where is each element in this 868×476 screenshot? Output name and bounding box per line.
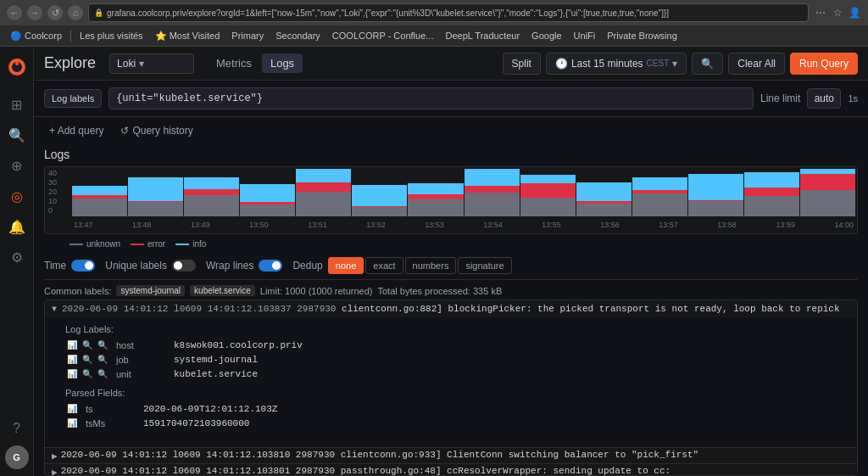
chart-icon[interactable]: 📊 (65, 339, 79, 350)
chart-icon[interactable]: 📊 (65, 354, 79, 365)
chevron-down-icon: ▾ (139, 58, 144, 70)
search-minus-icon[interactable]: 🔍 (96, 368, 109, 379)
bookmark-visited[interactable]: Les plus visités (75, 29, 148, 42)
bookmark-coolcorp[interactable]: 🔵 Coolcorp (5, 29, 67, 43)
info-bar-segment (352, 185, 407, 206)
sidebar-item-create[interactable]: ⊕ (3, 152, 31, 179)
sidebar-item-explore[interactable]: ◎ (3, 182, 31, 210)
search-minus-icon[interactable]: 🔍 (96, 354, 109, 365)
label-tag-kubelet: kubelet.service (190, 285, 255, 296)
log-entry-2[interactable]: ▶ 2020-06-09 14:01:12 l0609 14:01:12.103… (45, 464, 857, 476)
sidebar-item-settings[interactable]: ⚙ (3, 244, 31, 271)
chart-icon[interactable]: 📊 (65, 368, 79, 379)
time-control: Time (44, 260, 95, 272)
unique-labels-toggle[interactable] (172, 260, 196, 272)
error-bar-segment (744, 188, 799, 196)
search-plus-icon[interactable]: 🔍 (81, 354, 94, 365)
search-button[interactable]: 🔍 (692, 53, 723, 75)
unknown-bar-segment (128, 202, 183, 216)
chart-legend: unknown error info (44, 238, 858, 252)
limit-text: Limit: 1000 (1000 returned) (260, 286, 373, 296)
time-toggle[interactable] (71, 260, 95, 272)
info-bar-segment (408, 183, 463, 194)
avatar[interactable]: G (5, 445, 29, 469)
nav-refresh-btn[interactable]: ↺ (47, 5, 63, 20)
dedup-options: none exact numbers signature (328, 257, 512, 274)
profile-icon[interactable]: 👤 (848, 6, 861, 20)
main-content: Explore Loki ▾ Metrics Logs Split 🕐 Last… (34, 47, 868, 476)
dedup-numbers-btn[interactable]: numbers (405, 257, 457, 274)
url-bar[interactable]: 🔒 grafana.coolcorp.priv/explore?orgId=1&… (88, 3, 809, 22)
chart-icon[interactable]: 📊 (65, 403, 79, 414)
unknown-bar-segment (408, 199, 463, 216)
tab-logs[interactable]: Logs (262, 53, 303, 73)
bookmark-primary[interactable]: Primary (226, 29, 269, 42)
chart-bar-group (184, 169, 239, 216)
dedup-signature-btn[interactable]: signature (458, 257, 511, 274)
time-range-label: Last 15 minutes (571, 58, 643, 70)
common-labels-prefix: Common labels: (44, 286, 111, 296)
search-minus-icon[interactable]: 🔍 (96, 339, 109, 350)
bookmark-private[interactable]: Private Browsing (602, 29, 682, 42)
chart-bar-group (352, 169, 407, 216)
sidebar-item-dashboards[interactable]: ⊞ (3, 91, 31, 118)
log-text-2: 2020-06-09 14:01:12 l0609 14:01:12.10380… (61, 466, 850, 476)
sidebar: ⊞ 🔍 ⊕ ◎ 🔔 ⚙ ? G (0, 47, 34, 476)
log-text-1: 2020-06-09 14:01:12 l0609 14:01:12.10381… (61, 450, 850, 460)
bookmark-deepl[interactable]: DeepL Traducteur (440, 29, 525, 42)
bookmark-most-visited[interactable]: ⭐ Most Visited (150, 29, 225, 43)
unknown-bar-segment (688, 201, 743, 216)
chart-bar-group (632, 169, 687, 216)
nav-forward-btn[interactable]: → (27, 5, 42, 20)
extensions-icon[interactable]: ⋯ (814, 6, 827, 20)
host-value: k8swok001.coolcorp.priv (174, 340, 303, 350)
bytes-text: Total bytes processed: 335 kB (377, 286, 502, 296)
label-host-icons: 📊 🔍 🔍 (65, 339, 109, 350)
url-text: grafana.coolcorp.priv/explore?orgId=1&le… (107, 8, 669, 18)
error-bar-segment (184, 189, 239, 195)
query-input[interactable] (108, 87, 754, 109)
dedup-none-btn[interactable]: none (328, 257, 364, 274)
nav-back-btn[interactable]: ← (7, 5, 22, 20)
unknown-bar-segment (296, 192, 351, 216)
grafana-logo[interactable] (3, 53, 31, 81)
log-entry-header-0[interactable]: ▼ 2020-06-09 14:01:12 l0609 14:01:12.103… (45, 300, 857, 317)
run-query-button[interactable]: Run Query (790, 53, 858, 75)
add-query-button[interactable]: + Add query (44, 122, 108, 139)
query-history-button[interactable]: ↺ Query history (115, 122, 198, 139)
sidebar-item-help[interactable]: ? (3, 415, 31, 442)
nav-home-btn[interactable]: ⌂ (68, 5, 83, 20)
chart-bar-group (240, 169, 295, 216)
datasource-selector[interactable]: Loki ▾ (109, 53, 194, 74)
chart-icon[interactable]: 📊 (65, 417, 79, 428)
log-labels-button[interactable]: Log labels (44, 89, 102, 108)
info-bar-segment (688, 174, 743, 200)
log-entry-1[interactable]: ▶ 2020-06-09 14:01:12 l0609 14:01:12.103… (45, 448, 857, 464)
search-plus-icon[interactable]: 🔍 (81, 339, 94, 350)
sidebar-bottom: ? G (3, 415, 31, 476)
search-plus-icon[interactable]: 🔍 (81, 368, 94, 379)
bookmark-secondary[interactable]: Secondary (270, 29, 326, 42)
dedup-exact-btn[interactable]: exact (365, 257, 403, 274)
bookmark-unifi[interactable]: UniFi (569, 29, 601, 42)
sidebar-item-search[interactable]: 🔍 (3, 121, 31, 148)
split-button[interactable]: Split (503, 53, 541, 75)
sidebar-item-alerting[interactable]: 🔔 (3, 213, 31, 240)
tab-metrics[interactable]: Metrics (208, 53, 260, 73)
wrap-lines-toggle[interactable] (259, 260, 282, 272)
bookmark-star-icon[interactable]: ☆ (831, 6, 844, 20)
log-labels-section: Log Labels: 📊 🔍 🔍 host k8swok001.coolcor… (65, 324, 847, 381)
bookmark-confluence[interactable]: COOLCORP - Conflue... (327, 29, 439, 42)
clear-all-button[interactable]: Clear All (728, 53, 785, 75)
topbar-right: Split 🕐 Last 15 minutes CEST ▾ 🔍 Clear A… (503, 53, 858, 75)
line-limit-input[interactable] (807, 88, 841, 109)
line-limit-label: Line limit (760, 92, 800, 104)
browser-nav: ← → ↺ ⌂ 🔒 grafana.coolcorp.priv/explore?… (0, 0, 868, 25)
time-range-picker[interactable]: 🕐 Last 15 minutes CEST ▾ (546, 53, 687, 75)
dedup-label: Dedup (292, 260, 322, 272)
clock-icon: 🕐 (555, 58, 568, 70)
bookmark-google[interactable]: Google (526, 29, 566, 42)
log-entry-expanded: ▼ 2020-06-09 14:01:12 l0609 14:01:12.103… (45, 300, 857, 448)
unknown-bar-segment (352, 207, 407, 216)
query-row: Log labels Line limit 1s (34, 81, 868, 117)
